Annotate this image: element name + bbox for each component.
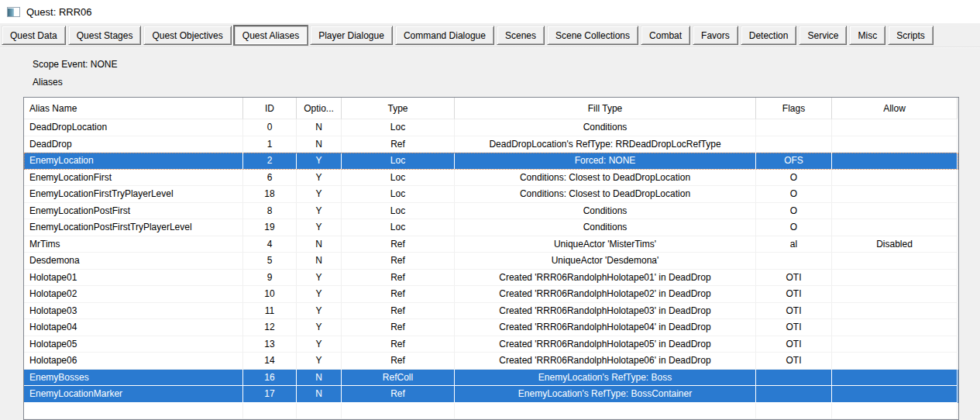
table-row[interactable]: DeadDropLocation0NLocConditions [24,119,958,136]
table-row[interactable]: EnemyLocationMarker17NRefEnemyLocation's… [24,386,958,403]
cell-id: 14 [243,353,297,370]
cell-name: EnemyLocationFirst [24,170,243,187]
cell-optional [297,403,342,420]
cell-allow [832,319,958,336]
tab-quest-data[interactable]: Quest Data [2,26,66,45]
tab-service[interactable]: Service [799,26,847,45]
table-row[interactable]: EnemyLocation2YLocForced: NONEOFS [24,153,958,170]
cell-allow [832,353,958,370]
cell-type: Ref [342,253,455,270]
cell-id: 4 [243,236,297,253]
table-row[interactable]: DeadDrop1NRefDeadDropLocation's RefType:… [24,136,958,153]
cell-allow [832,203,958,220]
tab-combat[interactable]: Combat [641,26,690,45]
cell-fill_type: Conditions [455,219,756,236]
table-row[interactable]: MrTims4NRefUniqueActor 'MisterTims'alDis… [24,236,958,253]
column-header-flags[interactable]: Flags [756,98,832,119]
cell-flags [756,119,832,136]
table-row[interactable]: EnemyLocationFirst6YLocConditions: Close… [24,170,958,187]
table-row[interactable]: Holotape0614YRefCreated 'RRR06RandolphHo… [24,353,958,370]
cell-flags: OTI [756,286,832,303]
cell-id: 9 [243,270,297,287]
cell-name: Holotape06 [24,353,243,370]
table-row[interactable]: EnemyBosses16NRefCollEnemyLocation's Ref… [24,370,958,387]
cell-fill_type: Created 'RRR06RandolphHolotape06' in Dea… [455,353,756,370]
cell-name: Holotape04 [24,319,243,336]
tab-detection[interactable]: Detection [741,26,797,45]
cell-allow [832,336,958,353]
cell-id: 19 [243,219,297,236]
cell-optional: Y [297,203,342,220]
table-row[interactable]: Holotape0412YRefCreated 'RRR06RandolphHo… [24,319,958,336]
cell-name: EnemyLocationFirstTryPlayerLevel [24,186,243,203]
column-header-allow[interactable]: Allow [832,98,958,119]
tab-quest-aliases[interactable]: Quest Aliases [234,26,308,45]
cell-type: Ref [342,286,455,303]
table-row[interactable]: EnemyLocationPostFirstTryPlayerLevel19YL… [24,219,958,236]
tab-scripts[interactable]: Scripts [888,26,934,45]
cell-id: 17 [243,386,297,403]
cell-fill_type: EnemyLocation's RefType: BossContainer [455,386,756,403]
column-header-type[interactable]: Type [342,98,455,119]
aliases-label: Aliases [33,77,63,88]
cell-flags: OFS [756,153,832,170]
cell-id: 6 [243,170,297,187]
cell-fill_type [455,403,756,420]
column-header-id[interactable]: ID [243,98,297,119]
tab-favors[interactable]: Favors [693,26,738,45]
cell-optional: Y [297,353,342,370]
tab-quest-stages[interactable]: Quest Stages [68,26,142,45]
table-row[interactable]: Holotape0513YRefCreated 'RRR06RandolphHo… [24,336,958,353]
table-row[interactable]: Holotape0210YRefCreated 'RRR06RandolphHo… [24,286,958,303]
cell-type: Loc [342,119,455,136]
cell-name: Holotape05 [24,336,243,353]
cell-id: 10 [243,286,297,303]
cell-flags: O [756,219,832,236]
empty-row [24,403,958,420]
cell-fill_type: Created 'RRR06RandolphHolotape02' in Dea… [455,286,756,303]
cell-flags: O [756,203,832,220]
cell-fill_type: Forced: NONE [455,153,756,170]
cell-optional: N [297,236,342,253]
cell-flags [756,386,832,403]
tab-misc[interactable]: Misc [849,26,885,45]
cell-allow [832,286,958,303]
cell-flags: OTI [756,270,832,287]
cell-optional: N [297,386,342,403]
cell-type: Ref [342,319,455,336]
cell-name: Holotape03 [24,303,243,320]
tab-scenes[interactable]: Scenes [497,26,545,45]
cell-allow: Disabled [832,236,958,253]
table-row[interactable]: EnemyLocationPostFirst8YLocConditionsO [24,203,958,220]
cell-optional: Y [297,153,342,170]
cell-name: EnemyLocation [24,153,243,170]
cell-allow [832,119,958,136]
table-row[interactable]: Desdemona5NRefUniqueActor 'Desdemona' [24,253,958,270]
cell-type: Loc [342,170,455,187]
cell-optional: Y [297,170,342,187]
cell-optional: Y [297,219,342,236]
cell-allow [832,370,958,387]
column-header-optional[interactable]: Optio... [297,98,342,119]
tab-command-dialogue[interactable]: Command Dialogue [395,26,494,45]
cell-allow [832,219,958,236]
column-header-fill_type[interactable]: Fill Type [455,98,756,119]
table-body: DeadDropLocation0NLocConditionsDeadDrop1… [24,119,958,420]
table-row[interactable]: Holotape019YRefCreated 'RRR06RandolphHol… [24,270,958,287]
cell-allow [832,186,958,203]
cell-allow [832,403,958,420]
table-row[interactable]: EnemyLocationFirstTryPlayerLevel18YLocCo… [24,186,958,203]
column-header-name[interactable]: Alias Name [24,98,243,119]
cell-optional: Y [297,303,342,320]
table-row[interactable]: Holotape0311YRefCreated 'RRR06RandolphHo… [24,303,958,320]
cell-optional: N [297,370,342,387]
scope-event-label: Scope Event: NONE [33,59,117,70]
cell-fill_type: Created 'RRR06RandolphHolotape05' in Dea… [455,336,756,353]
cell-name: DeadDropLocation [24,119,243,136]
tab-player-dialogue[interactable]: Player Dialogue [310,26,393,45]
tab-scene-collections[interactable]: Scene Collections [547,26,638,45]
cell-flags [756,403,832,420]
tab-quest-objectives[interactable]: Quest Objectives [143,26,231,45]
cell-fill_type: Conditions: Closest to DeadDropLocation [455,170,756,187]
cell-allow [832,253,958,270]
